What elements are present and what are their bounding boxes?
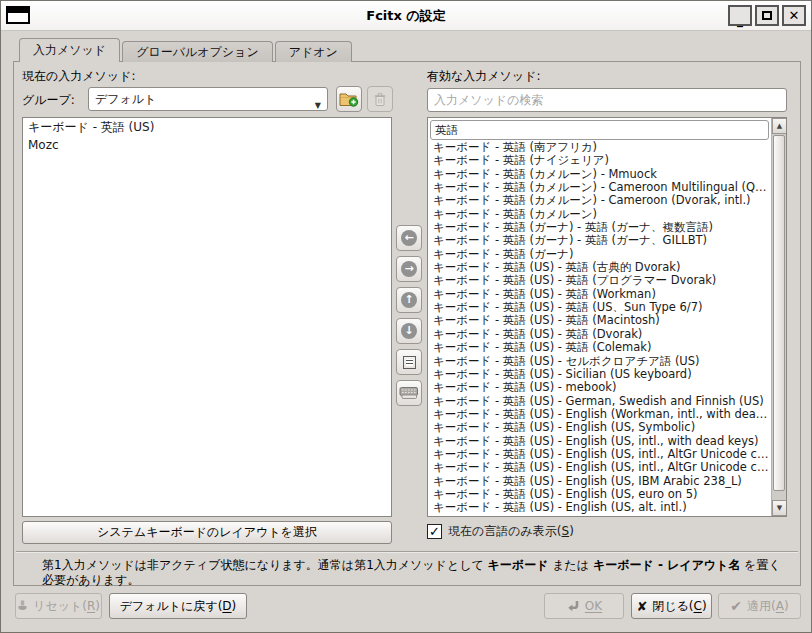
reset-button[interactable]: リセット(R): [15, 593, 102, 619]
group-label: グループ:: [22, 92, 75, 109]
tab-global-options[interactable]: グローバルオプション: [122, 41, 273, 62]
close-button[interactable]: ✕: [782, 5, 806, 26]
reset-icon: [17, 600, 28, 613]
search-input[interactable]: [427, 88, 787, 112]
select-layout-button[interactable]: システムキーボードのレイアウトを選択: [22, 521, 392, 544]
current-im-label: 現在の入力メソッド:: [22, 68, 135, 85]
only-current-language-checkbox[interactable]: ✓ 現在の言語のみ表示(S): [427, 523, 574, 540]
close-dialog-button[interactable]: ✘ 閉じる(C): [631, 593, 712, 619]
window-controls: _ ✕: [728, 5, 806, 26]
im-list-item[interactable]: キーボード - 英語 (US) - German, Swedish and Fi…: [428, 395, 771, 408]
list-lines-icon: [403, 356, 416, 369]
folder-add-icon: [339, 91, 359, 107]
im-list-item[interactable]: キーボード - 英語 (US) - English (US, intl., Al…: [428, 448, 771, 461]
im-list-item[interactable]: キーボード - 英語 (カメルーン) - Cameroon (Dvorak, i…: [428, 194, 771, 207]
window-title: Fcitx の設定: [1, 7, 811, 25]
keyboard-layout-button[interactable]: [396, 380, 422, 406]
language-group-header[interactable]: 英語: [430, 120, 769, 140]
im-list-item[interactable]: キーボード - 英語 (US) - mebook): [428, 381, 771, 394]
move-right-button[interactable]: →: [396, 256, 422, 282]
trash-icon: [373, 92, 387, 107]
scrollbar[interactable]: ▲ ▼: [771, 118, 786, 516]
maximize-icon: [762, 11, 772, 20]
im-list-item[interactable]: キーボード - 英語 (US) - English (Workman, intl…: [428, 408, 771, 421]
close-x-icon: ✘: [636, 599, 647, 614]
minimize-icon: _: [737, 13, 743, 27]
group-combobox-value: デフォルト: [95, 92, 156, 106]
im-list-item[interactable]: キーボード - 英語 (US) - English (US, intl., Al…: [428, 461, 771, 474]
left-arrow-icon: ←: [401, 230, 417, 246]
im-list-item[interactable]: キーボード - 英語 (US) - 英語 (古典的 Dvorak): [428, 261, 771, 274]
im-list-item[interactable]: キーボード - 英語 (US) - English (US, intl., wi…: [428, 435, 771, 448]
fcitx-config-window: Fcitx の設定 _ ✕ 入力メソッド グローバルオプション アドオン 現在の…: [0, 0, 812, 633]
im-list-item[interactable]: キーボード - 英語 (US) - English (US, IBM Arabi…: [428, 475, 771, 488]
im-list-item[interactable]: キーボード - 英語 (US) - English (US, euro on 5…: [428, 488, 771, 501]
separator: [16, 551, 798, 553]
available-im-rows: 英語 キーボード - 英語 (南アフリカ)キーボード - 英語 (ナイジェリア)…: [428, 118, 771, 516]
up-arrow-icon: ↑: [401, 292, 417, 308]
im-list-item[interactable]: キーボード - 英語 (ガーナ) - 英語 (ガーナ、GILLBT): [428, 234, 771, 247]
im-list-item[interactable]: キーボード - 英語 (ガーナ) - 英語 (ガーナ、複数言語): [428, 221, 771, 234]
scroll-up-button[interactable]: ▲: [772, 118, 787, 134]
close-icon: ✕: [789, 8, 800, 23]
im-list-item[interactable]: キーボード - 英語 (US) - 英語 (プログラマー Dvorak): [428, 274, 771, 287]
minimize-button[interactable]: _: [728, 5, 752, 26]
scroll-down-icon: ▼: [777, 504, 782, 512]
im-list-item[interactable]: キーボード - 英語 (US) - 英語 (Dvorak): [428, 328, 771, 341]
down-arrow-icon: ↓: [401, 323, 417, 339]
im-list-item[interactable]: キーボード - 英語 (ガーナ): [428, 248, 771, 261]
available-im-items: キーボード - 英語 (南アフリカ)キーボード - 英語 (ナイジェリア)キーボ…: [428, 141, 771, 515]
tab-addons[interactable]: アドオン: [275, 41, 352, 62]
im-list-item[interactable]: キーボード - 英語 (US) - セルボクロアチア語 (US): [428, 355, 771, 368]
apply-button[interactable]: ✔ 適用(A): [718, 593, 801, 619]
im-list-item[interactable]: キーボード - 英語 (ナイジェリア): [428, 154, 771, 167]
im-settings-button[interactable]: [396, 349, 422, 375]
scroll-thumb[interactable]: [773, 135, 785, 491]
keyboard-icon: [399, 386, 419, 400]
current-im-list[interactable]: キーボード - 英語 (US)Mozc: [22, 117, 392, 517]
im-list-item[interactable]: キーボード - 英語 (US) - Sicilian (US keyboard): [428, 368, 771, 381]
available-im-label: 有効な入力メソッド:: [427, 68, 540, 85]
scroll-up-icon: ▲: [777, 122, 782, 130]
input-method-panel: 現在の入力メソッド: グループ: デフォルト ▼: [13, 61, 801, 586]
ok-button[interactable]: OK: [544, 593, 624, 619]
right-arrow-icon: →: [401, 261, 417, 277]
help-text: 第1入力メソッドは非アクティブ状態になります。通常は第1入力メソッドとして キー…: [42, 558, 787, 588]
group-combobox[interactable]: デフォルト ▼: [88, 87, 328, 111]
scroll-down-button[interactable]: ▼: [772, 500, 787, 516]
add-group-button[interactable]: [336, 86, 362, 112]
defaults-button[interactable]: デフォルトに戻す(D): [109, 593, 247, 619]
im-list-item[interactable]: キーボード - 英語 (カメルーン): [428, 208, 771, 221]
titlebar: Fcitx の設定 _ ✕: [1, 1, 811, 31]
move-left-button[interactable]: ←: [396, 225, 422, 251]
im-list-item[interactable]: キーボード - 英語 (カメルーン) - Cameroon Multilingu…: [428, 181, 771, 194]
current-im-list-item[interactable]: キーボード - 英語 (US): [23, 118, 391, 136]
im-list-item[interactable]: キーボード - 英語 (US) - 英語 (Macintosh): [428, 314, 771, 327]
im-list-item[interactable]: キーボード - 英語 (カメルーン) - Mmuock: [428, 168, 771, 181]
tab-input-method[interactable]: 入力メソッド: [19, 38, 120, 62]
delete-group-button[interactable]: [367, 86, 393, 112]
move-up-button[interactable]: ↑: [396, 287, 422, 313]
apply-check-icon: ✔: [730, 598, 742, 614]
current-im-list-item[interactable]: Mozc: [23, 136, 391, 154]
checkbox-box[interactable]: ✓: [427, 524, 442, 539]
checkbox-label: 現在の言語のみ表示(S): [448, 523, 574, 540]
im-list-item[interactable]: キーボード - 英語 (US) - English (US, Symbolic): [428, 421, 771, 434]
tab-bar: 入力メソッド グローバルオプション アドオン: [19, 38, 354, 62]
im-list-item[interactable]: キーボード - 英語 (US) - 英語 (US、Sun Type 6/7): [428, 301, 771, 314]
move-down-button[interactable]: ↓: [396, 318, 422, 344]
ok-arrow-icon: [566, 600, 580, 613]
chevron-down-icon: ▼: [315, 95, 321, 117]
im-list-item[interactable]: キーボード - 英語 (US) - English (US, alt. intl…: [428, 501, 771, 514]
im-list-item[interactable]: キーボード - 英語 (US) - 英語 (Colemak): [428, 341, 771, 354]
maximize-button[interactable]: [755, 5, 779, 26]
check-icon: ✓: [429, 525, 440, 538]
available-im-list[interactable]: 英語 キーボード - 英語 (南アフリカ)キーボード - 英語 (ナイジェリア)…: [427, 117, 787, 517]
im-list-item[interactable]: キーボード - 英語 (南アフリカ): [428, 141, 771, 154]
im-list-item[interactable]: キーボード - 英語 (US) - 英語 (Workman): [428, 288, 771, 301]
